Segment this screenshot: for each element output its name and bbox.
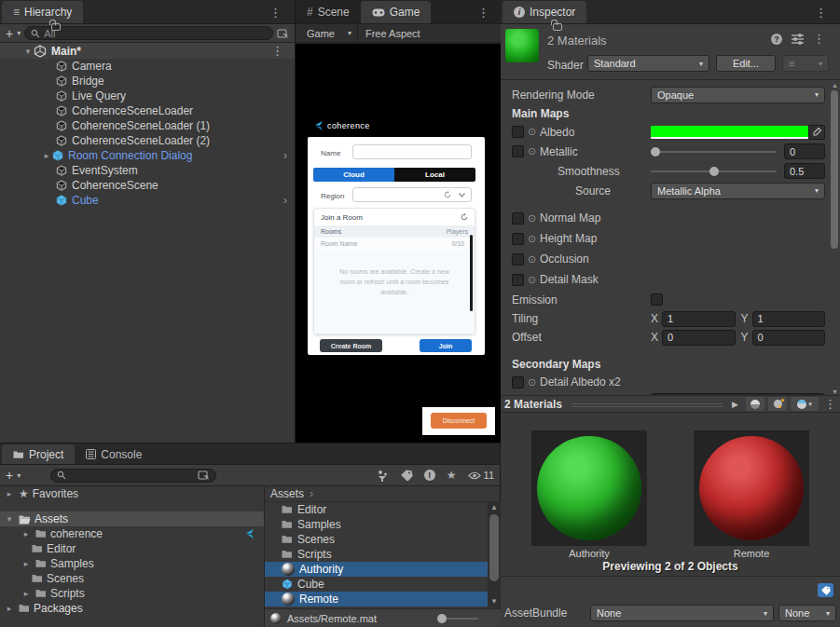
- preview-tile-remote[interactable]: [694, 430, 809, 546]
- foldout-arrow-icon[interactable]: ▾: [4, 514, 15, 524]
- hierarchy-item-prefab[interactable]: ▸ Room Connection Dialog ›: [0, 148, 295, 163]
- metallic-slider[interactable]: [651, 151, 777, 153]
- create-add-caret[interactable]: ▾: [17, 471, 21, 480]
- prefab-open-arrow[interactable]: ›: [283, 194, 287, 207]
- packages-root-row[interactable]: ▸ Packages: [0, 601, 264, 616]
- inspector-menu-icon[interactable]: ⋮: [815, 6, 827, 20]
- help-icon[interactable]: ?: [771, 34, 782, 45]
- rendering-mode-dropdown[interactable]: Opaque▾: [651, 87, 825, 103]
- scrollbar-thumb[interactable]: [831, 90, 838, 249]
- tree-folder-scripts[interactable]: ▸ Scripts: [0, 586, 264, 601]
- preview-tile-authority[interactable]: [531, 430, 647, 546]
- preview-environment-dropdown[interactable]: ▾: [791, 397, 819, 411]
- play-icon[interactable]: ▶: [732, 400, 738, 409]
- normal-map-checkbox[interactable]: [512, 212, 524, 225]
- asset-row-samples[interactable]: Samples: [265, 517, 501, 532]
- inspector-scrollbar[interactable]: ▲ ▼: [831, 82, 839, 395]
- scroll-down-icon[interactable]: ▼: [831, 388, 839, 395]
- emission-checkbox[interactable]: [651, 293, 663, 306]
- lock-icon[interactable]: [51, 23, 61, 31]
- create-add-button[interactable]: +: [6, 29, 13, 38]
- refresh-icon[interactable]: [461, 213, 468, 221]
- favorites-star-icon[interactable]: ★: [447, 469, 457, 482]
- albedo-texture-checkbox[interactable]: [512, 126, 524, 138]
- preview-drag-handle[interactable]: [571, 402, 723, 407]
- create-room-button[interactable]: Create Room: [320, 339, 382, 352]
- rooms-scrollbar[interactable]: [470, 235, 473, 311]
- asset-row-scenes[interactable]: Scenes: [265, 532, 501, 547]
- foldout-arrow-icon[interactable]: ▸: [21, 529, 32, 538]
- room-row[interactable]: Room Name 0/10: [314, 238, 475, 250]
- tab-hierarchy[interactable]: ≡ Hierarchy: [2, 1, 83, 23]
- tab-console[interactable]: Console: [75, 444, 153, 464]
- foldout-arrow-icon[interactable]: ▸: [4, 489, 15, 498]
- breadcrumb[interactable]: Assets ›: [265, 486, 501, 502]
- scroll-up-icon[interactable]: ▲: [831, 82, 839, 89]
- favorites-row[interactable]: ▸ ★ Favorites: [0, 486, 264, 501]
- tab-scene[interactable]: # Scene: [296, 1, 361, 23]
- join-button[interactable]: Join: [420, 339, 472, 352]
- foldout-arrow-icon[interactable]: ▸: [41, 151, 52, 160]
- presets-icon[interactable]: [791, 33, 805, 46]
- name-input[interactable]: [352, 144, 472, 159]
- tree-folder-editor[interactable]: Editor: [0, 541, 264, 556]
- tree-folder-scenes[interactable]: Scenes: [0, 571, 264, 586]
- hierarchy-item[interactable]: CoherenceScene: [0, 178, 295, 193]
- hierarchy-item-prefab[interactable]: Cube ›: [0, 193, 295, 208]
- create-add-caret[interactable]: ▾: [17, 29, 21, 37]
- asset-row-remote[interactable]: Remote: [265, 592, 501, 607]
- asset-row-scripts[interactable]: Scripts: [265, 547, 501, 562]
- hierarchy-search-input[interactable]: All: [24, 26, 273, 40]
- tab-local[interactable]: Local: [394, 168, 475, 182]
- shader-dropdown[interactable]: Standard▾: [587, 55, 709, 72]
- display-dropdown[interactable]: Game▾: [301, 24, 358, 42]
- hierarchy-item[interactable]: Live Query: [0, 89, 295, 103]
- material-thumbnail[interactable]: [505, 29, 539, 62]
- offset-x-field[interactable]: 0: [662, 330, 736, 346]
- scene-menu-icon[interactable]: ⋮: [271, 44, 283, 58]
- preview-header[interactable]: 2 Materials ▶ ▾ ⋮: [501, 395, 840, 413]
- search-by-label-icon[interactable]: [401, 470, 413, 482]
- foldout-arrow-icon[interactable]: ▸: [21, 559, 32, 568]
- scene-visibility-toggle[interactable]: 11: [468, 470, 494, 481]
- pick-window-icon[interactable]: [277, 28, 289, 39]
- hierarchy-item[interactable]: CoherenceSceneLoader (1): [0, 118, 295, 133]
- asset-labels-button[interactable]: [818, 583, 833, 597]
- tiling-y-field[interactable]: 1: [752, 311, 826, 327]
- albedo-color-swatch[interactable]: [651, 126, 808, 139]
- scene-row-main[interactable]: ▾ Main* ⋮: [0, 43, 295, 59]
- preview-shape-button[interactable]: [746, 397, 764, 411]
- detail-albedo-checkbox[interactable]: [512, 376, 524, 388]
- hierarchy-item[interactable]: EventSystem: [0, 163, 295, 178]
- offset-y-field[interactable]: 0: [752, 330, 826, 346]
- thumbnail-zoom-slider[interactable]: [437, 618, 478, 620]
- scroll-down-icon[interactable]: ▼: [488, 596, 501, 607]
- height-map-checkbox[interactable]: [512, 233, 524, 245]
- tree-folder-coherence[interactable]: ▸ coherence: [0, 526, 264, 541]
- tiling-x-field[interactable]: 1: [662, 311, 736, 327]
- region-dropdown[interactable]: [352, 187, 472, 202]
- asset-row-cube[interactable]: Cube: [265, 577, 501, 592]
- metallic-texture-checkbox[interactable]: [512, 145, 524, 157]
- smoothness-value-field[interactable]: 0.5: [784, 163, 825, 179]
- metallic-value-field[interactable]: 0: [784, 143, 825, 159]
- disconnect-button[interactable]: Disconnect: [431, 413, 487, 429]
- aspect-dropdown[interactable]: Free Aspect: [358, 28, 428, 39]
- detail-mask-checkbox[interactable]: [512, 274, 524, 286]
- assetbundle-variant-dropdown[interactable]: None▾: [778, 605, 836, 621]
- preview-menu-icon[interactable]: ⋮: [824, 397, 836, 411]
- asset-row-authority[interactable]: Authority: [265, 562, 501, 577]
- pick-window-icon[interactable]: [198, 470, 210, 481]
- search-by-type-icon[interactable]: [377, 470, 390, 482]
- asset-row-editor[interactable]: Editor: [265, 502, 501, 517]
- scroll-up-icon[interactable]: ▲: [488, 502, 501, 513]
- smoothness-slider[interactable]: [651, 170, 777, 172]
- hierarchy-item[interactable]: Camera: [0, 59, 295, 74]
- foldout-arrow-icon[interactable]: ▸: [21, 589, 32, 598]
- tab-project[interactable]: Project: [2, 444, 75, 464]
- project-search-input[interactable]: [50, 469, 216, 483]
- material-menu-icon[interactable]: ⋮: [813, 32, 825, 46]
- tree-folder-samples[interactable]: ▸ Samples: [0, 556, 264, 571]
- tab-inspector[interactable]: i Inspector: [503, 1, 586, 23]
- smoothness-source-dropdown[interactable]: Metallic Alpha▾: [651, 183, 825, 199]
